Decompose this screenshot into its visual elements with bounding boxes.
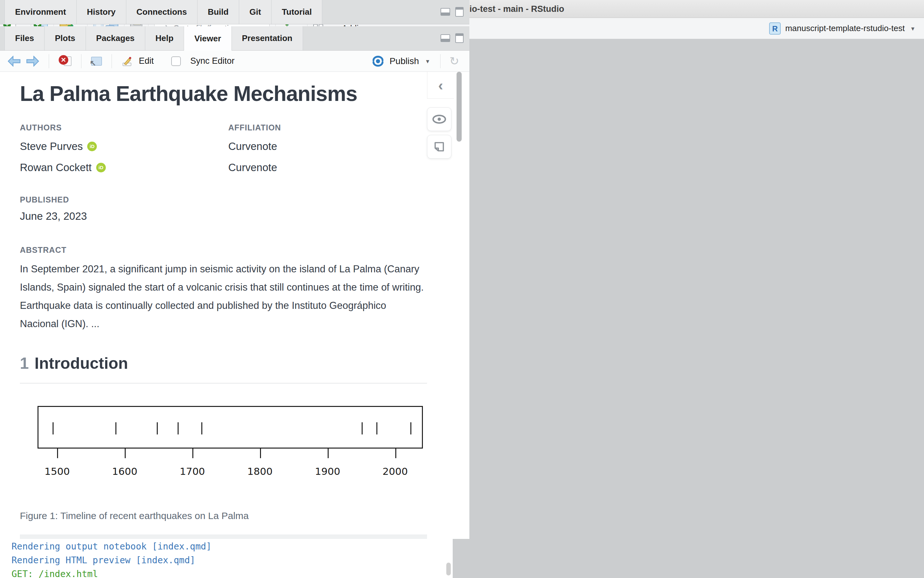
article: La Palma Earthquake Mechanisms AUTHORS S… (20, 72, 427, 521)
axis-tick-label: 1500 (38, 466, 76, 477)
figure-caption: Figure 1: Timeline of recent earthquakes… (20, 510, 427, 521)
environment-tabstrip: EnvironmentHistoryConnectionsBuildGitTut… (0, 0, 469, 24)
stop-viewer-icon[interactable]: ✕ (59, 55, 72, 67)
event-tick-1492 (52, 422, 54, 435)
section-heading: 1Introduction (20, 354, 427, 373)
affiliation-label: AFFILIATION (228, 123, 281, 132)
axis-tick-label: 1900 (308, 466, 347, 477)
event-tick-1677 (177, 422, 179, 435)
note-icon (434, 141, 445, 152)
project-cube-icon: R (769, 23, 781, 35)
edit-button[interactable]: Edit (139, 56, 154, 66)
event-tick-1949 (362, 422, 363, 435)
minimize-pane-icon[interactable] (441, 34, 450, 42)
author-name: Steve Purves (20, 140, 83, 153)
console-output-line: GET: /index.html (11, 567, 441, 578)
publish-button[interactable]: Publish (390, 56, 419, 66)
tab-history[interactable]: History (76, 0, 126, 24)
author-row: Rowan CockettiD (20, 161, 427, 175)
event-tick-1971 (376, 422, 377, 435)
viewer-toolbar: ✕ Edit Sync Editor Publish ▾ (0, 50, 469, 72)
toolbar-separator (49, 54, 49, 68)
event-tick-2021 (410, 422, 412, 435)
collapse-margin-button[interactable]: ‹ (427, 72, 454, 99)
viewer-scrollbar[interactable] (457, 72, 462, 141)
section-divider (20, 383, 427, 383)
refresh-viewer-icon[interactable]: ↻ (449, 54, 459, 68)
maximize-pane-icon[interactable] (455, 7, 464, 17)
chevron-left-icon: ‹ (438, 77, 443, 94)
axis-tick (328, 448, 329, 458)
axis-tick-label: 1800 (241, 466, 279, 477)
published-date: June 23, 2023 (20, 210, 427, 222)
project-dropdown-icon: ▾ (911, 25, 914, 32)
console-output-line: Rendering output notebook [index.qmd] (11, 539, 441, 553)
show-figure-eye-button[interactable] (427, 107, 451, 131)
axis-tick (260, 448, 261, 458)
event-tick-1585 (116, 422, 116, 435)
maximize-pane-icon[interactable] (455, 33, 464, 43)
viewer-popout-icon[interactable] (91, 57, 102, 66)
article-frontmatter: AUTHORS Steve PurvesiDRowan CockettiD AF… (20, 123, 427, 175)
axis-tick-label: 2000 (376, 466, 415, 477)
minimize-pane-icon[interactable] (441, 8, 450, 16)
tab-git[interactable]: Git (239, 0, 272, 24)
edit-pencil-icon[interactable] (122, 56, 132, 67)
console-scrollbar[interactable] (446, 563, 451, 575)
event-tick-1712 (201, 422, 202, 435)
tab-viewer[interactable]: Viewer (184, 26, 231, 51)
sync-editor-label: Sync Editor (190, 56, 235, 66)
viewer-tabstrip: FilesPlotsPackagesHelpViewerPresentation (0, 26, 469, 50)
tab-files[interactable]: Files (5, 26, 45, 50)
affiliation-row: Curvenote (228, 140, 281, 153)
axis-tick (192, 448, 193, 458)
sync-editor-checkbox[interactable] (171, 57, 181, 66)
viewer-document: La Palma Earthquake Mechanisms AUTHORS S… (0, 72, 469, 539)
figure-1-timeline: 150016001700180019002000 (37, 406, 423, 508)
orcid-icon[interactable]: iD (96, 163, 106, 172)
publish-dropdown-icon[interactable]: ▾ (426, 57, 429, 65)
plot-frame (37, 406, 423, 448)
axis-tick-label: 1700 (173, 466, 211, 477)
tab-plots[interactable]: Plots (45, 26, 86, 50)
tab-presentation[interactable]: Presentation (232, 26, 303, 50)
orcid-icon[interactable]: iD (87, 141, 97, 151)
section-number: 1 (20, 354, 29, 372)
article-title: La Palma Earthquake Mechanisms (20, 81, 427, 106)
publish-icon (372, 56, 384, 67)
tab-tutorial[interactable]: Tutorial (272, 0, 322, 24)
toolbar-separator (112, 54, 112, 68)
next-block-edge (20, 534, 427, 539)
rstudio-window: manuscript-template-rstudio-test - main … (0, 0, 924, 578)
console-output-line: Rendering HTML preview [index.qmd] (11, 553, 441, 567)
toolbar-separator (440, 54, 441, 68)
eye-icon (432, 114, 446, 124)
axis-tick (57, 448, 58, 458)
section-title: Introduction (35, 354, 128, 372)
author-name: Rowan Cockett (20, 161, 92, 174)
event-tick-1646 (157, 422, 158, 435)
right-pane: EnvironmentHistoryConnectionsBuildGitTut… (0, 0, 469, 539)
abstract-text: In September 2021, a significant jump in… (20, 260, 427, 333)
project-menu-button[interactable]: R manuscript-template-rstudio-test ▾ (769, 18, 916, 39)
affiliation-row: Curvenote (228, 161, 281, 175)
axis-tick-label: 1600 (106, 466, 144, 477)
authors-label: AUTHORS (20, 123, 427, 132)
viewer-forward-icon[interactable] (26, 56, 39, 67)
notes-button[interactable] (427, 135, 451, 159)
axis-tick (125, 448, 126, 458)
tab-environment[interactable]: Environment (5, 0, 76, 24)
tab-connections[interactable]: Connections (126, 0, 197, 24)
affiliation-name: Curvenote (228, 161, 277, 174)
published-label: PUBLISHED (20, 195, 427, 205)
axis-tick (395, 448, 396, 458)
tab-help[interactable]: Help (145, 26, 184, 50)
project-name: manuscript-template-rstudio-test (785, 23, 905, 33)
author-row: Steve PurvesiD (20, 140, 427, 153)
tab-packages[interactable]: Packages (86, 26, 145, 50)
affiliation-name: Curvenote (228, 140, 277, 153)
toolbar-separator (81, 54, 81, 68)
tab-build[interactable]: Build (197, 0, 239, 24)
viewer-back-icon[interactable] (8, 56, 21, 67)
abstract-label: ABSTRACT (20, 245, 427, 255)
